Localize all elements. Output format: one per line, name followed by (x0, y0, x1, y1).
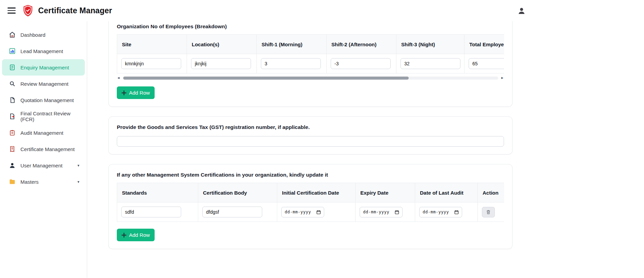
app-title: Certificate Manager (38, 6, 112, 15)
date-placeholder: dd-mm-yyyy (423, 210, 449, 214)
sidebar-item-masters[interactable]: Masters ▾ (2, 174, 85, 190)
app-header: Certificate Manager (0, 0, 533, 21)
sidebar-item-enquiry-management[interactable]: Enquiry Management (2, 59, 85, 76)
add-row-label: Add Row (129, 232, 150, 238)
certifications-table-header-row: Standards Certification Body Initial Cer… (117, 183, 504, 202)
chevron-down-icon: ▾ (77, 180, 79, 184)
column-header-initial-certification-date: Initial Certification Date (277, 183, 356, 202)
user-icon (9, 162, 16, 169)
masters-folder-icon (9, 178, 16, 185)
sidebar-item-label: Certificate Management (20, 146, 75, 152)
locations-input[interactable] (191, 58, 251, 69)
trash-icon (486, 210, 490, 214)
calendar-icon (395, 210, 399, 214)
main-content: Organization No of Employees (Breakdown)… (87, 21, 533, 278)
calendar-icon (316, 210, 321, 214)
shield-logo-icon (23, 4, 33, 17)
add-row-button[interactable]: Add Row (117, 86, 155, 99)
certifications-card: If any other Management System Certifica… (108, 164, 513, 249)
bar-chart-icon (9, 48, 16, 54)
expiry-date-input[interactable]: dd-mm-yyyy (360, 207, 403, 217)
initial-cert-date-input[interactable]: dd-mm-yyyy (281, 207, 324, 217)
column-header-shift2: Shift-2 (Afternoon) (327, 35, 396, 54)
column-header-locations: Location(s) (187, 35, 257, 54)
sidebar-item-label: User Management (20, 163, 62, 168)
certifications-table: Standards Certification Body Initial Cer… (117, 183, 504, 222)
enquiry-document-icon (9, 64, 16, 71)
column-header-shift1: Shift-1 (Morning) (257, 35, 327, 54)
sidebar: Dashboard Lead Management Enquiry Manage… (0, 21, 87, 278)
employees-card: Organization No of Employees (Breakdown)… (108, 21, 513, 107)
audit-clipboard-icon (9, 129, 16, 136)
quotation-file-icon (9, 97, 16, 103)
shift1-morning-input[interactable] (261, 58, 321, 69)
sidebar-item-user-management[interactable]: User Management ▾ (2, 157, 85, 174)
sidebar-item-label: Masters (20, 179, 38, 185)
column-header-site: Site (117, 35, 187, 54)
shift3-night-input[interactable] (400, 58, 460, 69)
scroll-right-arrow-icon[interactable]: ► (501, 76, 504, 80)
shift2-afternoon-input[interactable] (331, 58, 391, 69)
user-avatar-icon[interactable] (518, 7, 525, 15)
sidebar-item-lead-management[interactable]: Lead Management (2, 43, 85, 59)
last-audit-date-input[interactable]: dd-mm-yyyy (419, 207, 462, 217)
app-window: Certificate Manager Dashboard Lead Manag… (0, 0, 533, 278)
sidebar-item-label: Review Management (20, 81, 68, 87)
employees-card-title: Organization No of Employees (Breakdown) (117, 23, 504, 30)
add-row-label: Add Row (129, 90, 150, 96)
sidebar-item-label: Final Contract Review (FCR) (20, 111, 79, 122)
certifications-table-row: dd-mm-yyyy dd-mm-yyyy (117, 202, 504, 222)
gst-input[interactable] (117, 136, 504, 147)
certifications-table-area: Standards Certification Body Initial Cer… (117, 183, 504, 222)
standards-input[interactable] (121, 207, 181, 217)
sidebar-item-dashboard[interactable]: Dashboard (2, 27, 85, 43)
column-header-total-employees: Total Employees (465, 35, 504, 54)
horizontal-scrollbar: ◄ ► (117, 76, 504, 80)
sidebar-item-label: Audit Management (20, 130, 63, 136)
sidebar-item-review-management[interactable]: Review Management (2, 76, 85, 92)
date-placeholder: dd-mm-yyyy (363, 210, 389, 214)
column-header-shift3: Shift-3 (Night) (396, 35, 465, 54)
scrollbar-track[interactable] (123, 77, 498, 80)
column-header-date-of-last-audit: Date of Last Audit (415, 183, 478, 202)
employees-table-row (117, 54, 504, 73)
plus-icon (122, 91, 126, 95)
sidebar-item-label: Lead Management (20, 48, 63, 54)
site-input[interactable] (121, 58, 181, 69)
home-icon (9, 31, 16, 38)
sidebar-item-quotation-management[interactable]: Quotation Management (2, 92, 85, 108)
employees-table-header-row: Site Location(s) Shift-1 (Morning) Shift… (117, 35, 504, 54)
contract-review-icon (9, 113, 16, 120)
sidebar-item-label: Enquiry Management (20, 65, 69, 70)
plus-icon (122, 233, 126, 238)
certifications-card-title: If any other Management System Certifica… (117, 172, 504, 178)
gst-card: Provide the Goods and Services Tax (GST)… (108, 116, 513, 154)
column-header-expiry-date: Expiry Date (356, 183, 415, 202)
menu-icon[interactable] (7, 6, 18, 15)
chevron-down-icon: ▾ (77, 163, 79, 168)
column-header-certification-body: Certification Body (198, 183, 277, 202)
column-header-standards: Standards (117, 183, 198, 202)
employees-table: Site Location(s) Shift-1 (Morning) Shift… (117, 34, 504, 73)
calendar-icon (454, 210, 459, 214)
employees-table-scroll-area: Site Location(s) Shift-1 (Morning) Shift… (117, 34, 504, 73)
scrollbar-thumb[interactable] (123, 77, 409, 80)
scroll-left-arrow-icon[interactable]: ◄ (117, 76, 120, 80)
sidebar-item-final-contract-review[interactable]: Final Contract Review (FCR) (2, 108, 85, 125)
certificate-icon (9, 146, 16, 152)
certification-body-input[interactable] (202, 207, 262, 217)
sidebar-item-label: Dashboard (20, 32, 45, 38)
sidebar-item-certificate-management[interactable]: Certificate Management (2, 141, 85, 157)
sidebar-item-label: Quotation Management (20, 97, 74, 103)
gst-label: Provide the Goods and Services Tax (GST)… (117, 124, 504, 130)
sidebar-item-audit-management[interactable]: Audit Management (2, 125, 85, 141)
search-icon (9, 80, 16, 87)
add-row-button[interactable]: Add Row (117, 229, 155, 241)
column-header-action: Action (478, 183, 504, 202)
total-employees-input[interactable] (469, 58, 504, 69)
date-placeholder: dd-mm-yyyy (285, 210, 311, 214)
delete-row-button[interactable] (482, 207, 495, 217)
